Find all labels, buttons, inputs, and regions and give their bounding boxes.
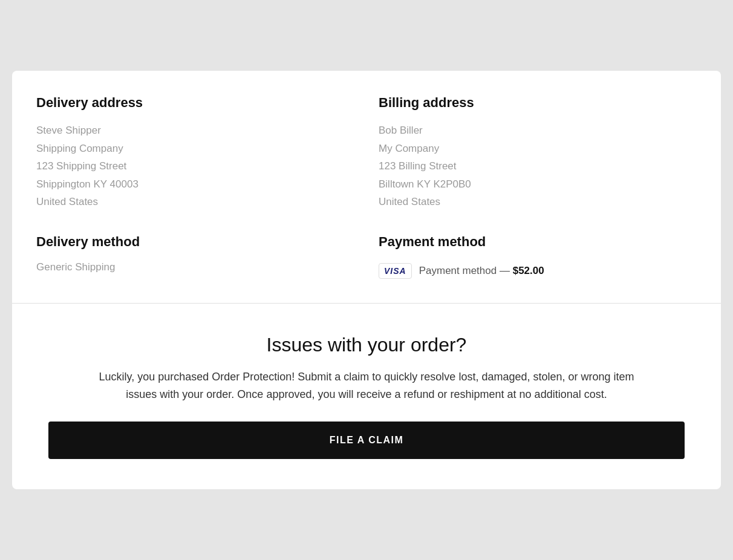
issues-description: Luckily, you purchased Order Protection!… bbox=[94, 368, 639, 403]
delivery-method-value: Generic Shipping bbox=[36, 259, 354, 275]
delivery-company: Shipping Company bbox=[36, 141, 354, 157]
delivery-method-block: Delivery method Generic Shipping bbox=[36, 234, 354, 279]
billing-address-block: Billing address Bob Biller My Company 12… bbox=[379, 95, 697, 210]
payment-row: VISA Payment method — $52.00 bbox=[379, 263, 697, 279]
payment-detail-text: Payment method — $52.00 bbox=[419, 265, 544, 277]
delivery-country: United States bbox=[36, 194, 354, 210]
billing-address-title: Billing address bbox=[379, 95, 697, 111]
file-claim-button[interactable]: FILE A CLAIM bbox=[48, 422, 685, 459]
issues-section: Issues with your order? Luckily, you pur… bbox=[12, 304, 721, 489]
delivery-address-title: Delivery address bbox=[36, 95, 354, 111]
methods-section: Delivery method Generic Shipping Payment… bbox=[12, 228, 721, 303]
billing-city-state-zip: Billtown KY K2P0B0 bbox=[379, 177, 697, 192]
billing-company: My Company bbox=[379, 141, 697, 157]
billing-country: United States bbox=[379, 194, 697, 210]
visa-badge: VISA bbox=[379, 263, 412, 279]
issues-title: Issues with your order? bbox=[267, 334, 467, 356]
delivery-method-title: Delivery method bbox=[36, 234, 354, 250]
billing-street: 123 Billing Street bbox=[379, 158, 697, 174]
billing-name: Bob Biller bbox=[379, 123, 697, 138]
payment-method-block: Payment method VISA Payment method — $52… bbox=[379, 234, 697, 279]
delivery-street: 123 Shipping Street bbox=[36, 158, 354, 174]
order-card: Delivery address Steve Shipper Shipping … bbox=[12, 71, 721, 489]
delivery-city-state-zip: Shippington KY 40003 bbox=[36, 177, 354, 192]
delivery-address-block: Delivery address Steve Shipper Shipping … bbox=[36, 95, 354, 210]
payment-method-title: Payment method bbox=[379, 234, 697, 250]
payment-method-detail: Payment method — bbox=[419, 265, 510, 276]
addresses-section: Delivery address Steve Shipper Shipping … bbox=[12, 71, 721, 228]
delivery-name: Steve Shipper bbox=[36, 123, 354, 138]
visa-label: VISA bbox=[384, 266, 406, 276]
payment-amount: $52.00 bbox=[513, 265, 544, 276]
